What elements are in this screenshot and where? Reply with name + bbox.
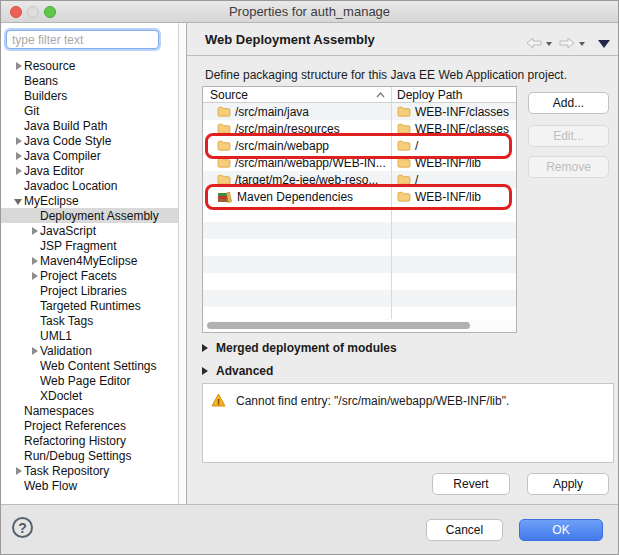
deploy-path-cell: WEB-INF/classes	[391, 105, 509, 119]
sidebar-item-java-compiler[interactable]: Java Compiler	[1, 148, 180, 163]
sidebar-item-label: Project Facets	[40, 269, 117, 283]
sidebar-item-jsp-fragment[interactable]: JSP Fragment	[1, 238, 180, 253]
indent-spacer	[13, 420, 24, 431]
indent-spacer	[29, 240, 40, 251]
table-row-highlighted[interactable]: Maven Dependencies WEB-INF/lib	[203, 188, 516, 205]
svg-text:!: !	[217, 397, 220, 407]
remove-button[interactable]: Remove	[528, 156, 609, 178]
deploy-path-label: WEB-INF/classes	[415, 122, 509, 136]
merged-deployment-section[interactable]: Merged deployment of modules	[202, 341, 397, 355]
column-header-label: Deploy Path	[397, 88, 462, 102]
revert-button[interactable]: Revert	[432, 473, 510, 495]
add-button[interactable]: Add...	[528, 92, 609, 114]
table-row[interactable]: /src/main/resources WEB-INF/classes	[203, 120, 516, 137]
sidebar-item-namespaces[interactable]: Namespaces	[1, 403, 180, 418]
sidebar-item-label: MyEclipse	[24, 194, 79, 208]
sidebar-item-java-build-path[interactable]: Java Build Path	[1, 118, 180, 133]
sidebar-scrollbar[interactable]	[178, 23, 186, 504]
chevron-right-icon[interactable]	[29, 225, 40, 236]
ok-button[interactable]: OK	[519, 519, 603, 541]
sidebar-item-refactoring-history[interactable]: Refactoring History	[1, 433, 180, 448]
sidebar-item-uml1[interactable]: UML1	[1, 328, 180, 343]
sidebar-item-project-libraries[interactable]: Project Libraries	[1, 283, 180, 298]
chevron-down-icon[interactable]	[13, 195, 24, 206]
table-row[interactable]: /src/main/java WEB-INF/classes	[203, 103, 516, 120]
advanced-section[interactable]: Advanced	[202, 364, 273, 378]
chevron-right-icon	[202, 367, 208, 375]
warning-box: ! Cannot find entry: "/src/main/webapp/W…	[202, 383, 614, 463]
window-title: Properties for auth_manage	[1, 4, 618, 19]
chevron-right-icon[interactable]	[13, 465, 24, 476]
table-row-highlighted[interactable]: /src/main/webapp /	[203, 137, 516, 154]
sidebar-item-java-editor[interactable]: Java Editor	[1, 163, 180, 178]
help-button[interactable]: ?	[12, 517, 33, 538]
indent-spacer	[29, 330, 40, 341]
sidebar-item-javascript[interactable]: JavaScript	[1, 223, 180, 238]
back-menu-icon[interactable]	[546, 42, 552, 46]
source-column-header[interactable]: Source	[203, 88, 391, 102]
sidebar-item-project-references[interactable]: Project References	[1, 418, 180, 433]
table-row[interactable]: /target/m2e-jee/web-reso... /	[203, 171, 516, 188]
sidebar-item-label: Targeted Runtimes	[40, 299, 141, 313]
sidebar-item-label: Beans	[24, 74, 58, 88]
table-row[interactable]: /src/main/webapp/WEB-IN... WEB-INF/lib	[203, 154, 516, 171]
indent-spacer	[13, 480, 24, 491]
scrollbar-thumb[interactable]	[207, 322, 470, 329]
chevron-right-icon[interactable]	[13, 60, 24, 71]
back-icon[interactable]	[526, 35, 542, 53]
sidebar-item-validation[interactable]: Validation	[1, 343, 180, 358]
sidebar-item-maven4myeclipse[interactable]: Maven4MyEclipse	[1, 253, 180, 268]
apply-button[interactable]: Apply	[527, 473, 609, 495]
sidebar-item-builders[interactable]: Builders	[1, 88, 180, 103]
sidebar-item-label: Java Code Style	[24, 134, 111, 148]
indent-spacer	[13, 450, 24, 461]
sidebar-item-git[interactable]: Git	[1, 103, 180, 118]
sidebar-item-task-repository[interactable]: Task Repository	[1, 463, 180, 478]
horizontal-scrollbar[interactable]	[203, 319, 516, 332]
deploy-path-cell: WEB-INF/lib	[391, 156, 481, 170]
source-label: /src/main/webapp/WEB-IN...	[235, 156, 386, 170]
sidebar-item-label: Maven4MyEclipse	[40, 254, 137, 268]
source-cell: /target/m2e-jee/web-reso...	[203, 173, 391, 187]
sidebar-item-resource[interactable]: Resource	[1, 58, 180, 73]
column-divider[interactable]	[391, 87, 392, 319]
preferences-tree: Resource Beans Builders Git Java Build P…	[1, 58, 180, 493]
filter-input[interactable]	[6, 30, 159, 49]
sidebar-item-web-flow[interactable]: Web Flow	[1, 478, 180, 493]
chevron-right-icon[interactable]	[13, 150, 24, 161]
chevron-right-icon[interactable]	[13, 135, 24, 146]
sidebar-item-label: Refactoring History	[24, 434, 126, 448]
section-label: Advanced	[216, 364, 273, 378]
chevron-right-icon[interactable]	[29, 255, 40, 266]
sidebar-item-beans[interactable]: Beans	[1, 73, 180, 88]
sidebar-item-label: Web Page Editor	[40, 374, 131, 388]
sidebar-item-task-tags[interactable]: Task Tags	[1, 313, 180, 328]
chevron-right-icon[interactable]	[29, 270, 40, 281]
indent-spacer	[13, 90, 24, 101]
sidebar-item-web-page-editor[interactable]: Web Page Editor	[1, 373, 180, 388]
view-menu-icon[interactable]	[598, 40, 610, 48]
deploy-path-label: WEB-INF/classes	[415, 105, 509, 119]
sidebar-item-project-facets[interactable]: Project Facets	[1, 268, 180, 283]
chevron-right-icon[interactable]	[13, 165, 24, 176]
folder-icon	[397, 123, 411, 134]
sidebar-item-xdoclet[interactable]: XDoclet	[1, 388, 180, 403]
indent-spacer	[13, 435, 24, 446]
description-text: Define packaging structure for this Java…	[205, 68, 567, 82]
edit-button[interactable]: Edit...	[528, 125, 609, 147]
sidebar-item-targeted-runtimes[interactable]: Targeted Runtimes	[1, 298, 180, 313]
forward-icon[interactable]	[559, 35, 575, 53]
sidebar-item-deployment-assembly[interactable]: Deployment Assembly	[1, 208, 180, 223]
chevron-right-icon[interactable]	[29, 345, 40, 356]
sidebar-item-run-debug-settings[interactable]: Run/Debug Settings	[1, 448, 180, 463]
sidebar-item-myeclipse[interactable]: MyEclipse	[1, 193, 180, 208]
sidebar-item-javadoc-location[interactable]: Javadoc Location	[1, 178, 180, 193]
sidebar-item-web-content-settings[interactable]: Web Content Settings	[1, 358, 180, 373]
cancel-button[interactable]: Cancel	[426, 519, 503, 541]
deploy-path-column-header[interactable]: Deploy Path	[391, 88, 462, 102]
sidebar-item-label: Run/Debug Settings	[24, 449, 131, 463]
warning-text: Cannot find entry: "/src/main/webapp/WEB…	[236, 394, 509, 408]
sidebar-item-java-code-style[interactable]: Java Code Style	[1, 133, 180, 148]
page-header: Web Deployment Assembly	[187, 23, 619, 56]
forward-menu-icon[interactable]	[579, 42, 585, 46]
